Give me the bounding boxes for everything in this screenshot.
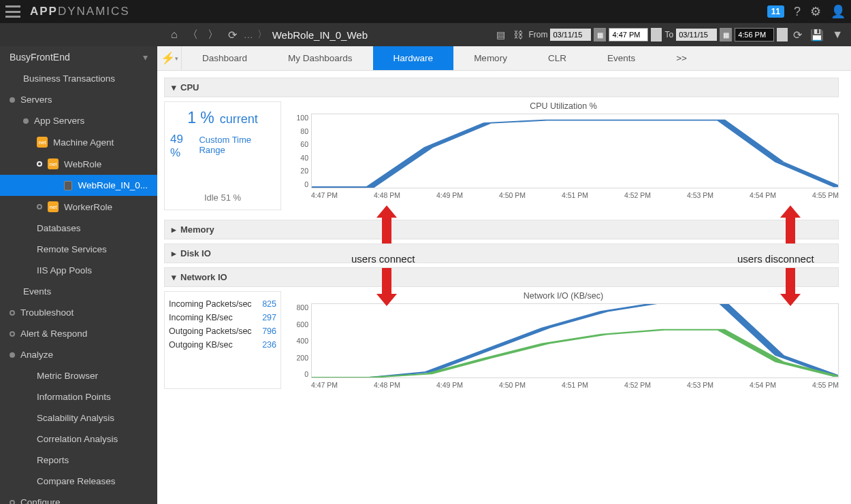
sidebar-item-servers[interactable]: Servers — [0, 89, 157, 110]
hamburger-menu[interactable] — [5, 5, 20, 18]
network-chart: Network I/O (KB/sec) 8006004002000 4:47 … — [288, 291, 839, 389]
sidebar-item-correlation-analysis[interactable]: Correlation Analysis — [0, 429, 157, 450]
refresh-icon[interactable]: ⟳ — [225, 29, 240, 41]
sidebar-item-troubleshoot[interactable]: Troubleshoot — [0, 302, 157, 323]
link-icon[interactable]: ⛓ — [511, 29, 526, 40]
sidebar-item-remote-services[interactable]: Remote Services — [0, 239, 157, 260]
sidebar-item-configure[interactable]: Configure — [0, 492, 157, 504]
sidebar: BusyFrontEnd▾ Business Transactions Serv… — [0, 46, 157, 504]
reload-icon[interactable]: ⟳ — [790, 29, 805, 41]
breadcrumb-ellipsis: … — [244, 29, 253, 40]
to-date-input[interactable] — [676, 29, 717, 41]
tab-dashboard[interactable]: Dashboard — [182, 46, 268, 70]
chevron-right-icon: ▸ — [172, 248, 176, 258]
save-icon[interactable]: 💾 — [807, 29, 826, 41]
tab-events[interactable]: Events — [587, 46, 656, 70]
sidebar-item-webrole[interactable]: netWebRole — [0, 153, 157, 175]
from-label: From — [528, 30, 547, 39]
sidebar-item-information-points[interactable]: Information Points — [0, 386, 157, 407]
sidebar-item-workerrole[interactable]: netWorkerRole — [0, 196, 157, 218]
back-icon[interactable]: 〈 — [184, 28, 201, 42]
from-time-dropdown[interactable]: ▼ — [651, 28, 662, 41]
from-date-input[interactable] — [550, 29, 591, 41]
chevron-right-icon: ▸ — [172, 224, 176, 235]
sidebar-item-webrole-instance[interactable]: WebRole_IN_0... — [0, 175, 157, 196]
sidebar-item-reports[interactable]: Reports — [0, 450, 157, 471]
to-time-input[interactable] — [735, 28, 774, 41]
sidebar-item-alert-respond[interactable]: Alert & Respond — [0, 323, 157, 344]
cpu-metric-card: 1 %current 49 %Custom Time Range Idle 51… — [164, 101, 281, 210]
chevron-down-icon: ▾ — [172, 272, 176, 282]
sidebar-item-analyze[interactable]: Analyze — [0, 344, 157, 365]
sidebar-item-iis-app-pools[interactable]: IIS App Pools — [0, 260, 157, 281]
forward-icon[interactable]: 〉 — [205, 28, 221, 42]
sidebar-item-events[interactable]: Events — [0, 281, 157, 302]
more-icon[interactable]: ▼ — [829, 29, 846, 41]
to-time-dropdown[interactable]: ▼ — [777, 28, 788, 41]
cpu-chart: CPU Utilization % 100806040200 4:47 PM4:… — [288, 101, 839, 210]
sidebar-item-scalability-analysis[interactable]: Scalability Analysis — [0, 407, 157, 429]
list-view-icon[interactable]: ▤ — [494, 29, 508, 40]
tab-hardware[interactable]: Hardware — [373, 46, 454, 70]
panel-header-cpu[interactable]: ▾CPU — [164, 78, 839, 97]
sidebar-item-metric-browser[interactable]: Metric Browser — [0, 365, 157, 386]
sidebar-item-compare-releases[interactable]: Compare Releases — [0, 471, 157, 492]
notifications-badge[interactable]: 11 — [767, 5, 784, 18]
sidebar-item-app-servers[interactable]: App Servers — [0, 110, 157, 131]
tab-my-dashboards[interactable]: My Dashboards — [268, 46, 373, 70]
sidebar-item-databases[interactable]: Databases — [0, 218, 157, 239]
chevron-down-icon: ▾ — [172, 82, 176, 93]
help-icon[interactable]: ? — [794, 5, 801, 19]
tab-bar: ⚡▾ Dashboard My Dashboards Hardware Memo… — [157, 46, 851, 71]
tab-more[interactable]: >> — [656, 46, 707, 70]
flash-icon[interactable]: ⚡▾ — [157, 46, 182, 70]
to-label: To — [664, 30, 673, 39]
panel-header-network[interactable]: ▾Network IO — [164, 267, 839, 287]
to-date-picker-icon[interactable]: ▦ — [720, 28, 732, 41]
settings-icon[interactable]: ⚙ — [810, 4, 821, 19]
sidebar-app-selector[interactable]: BusyFrontEnd▾ — [0, 46, 157, 68]
panel-header-memory[interactable]: ▸Memory — [164, 220, 839, 239]
from-date-picker-icon[interactable]: ▦ — [594, 28, 606, 41]
tab-clr[interactable]: CLR — [528, 46, 587, 70]
page-title: WebRole_IN_0_Web — [272, 29, 368, 41]
network-metric-card: Incoming Packets/sec825 Incoming KB/sec2… — [164, 291, 281, 389]
tab-memory[interactable]: Memory — [453, 46, 528, 70]
sidebar-item-business-transactions[interactable]: Business Transactions — [0, 68, 157, 89]
panel-header-disk[interactable]: ▸Disk IO — [164, 243, 839, 263]
user-icon[interactable]: 👤 — [831, 4, 846, 19]
sidebar-item-machine-agent[interactable]: netMachine Agent — [0, 131, 157, 153]
from-time-input[interactable] — [609, 28, 648, 41]
breadcrumb-sep: 〉 — [257, 29, 267, 41]
logo: APPDYNAMICS — [30, 5, 130, 18]
home-icon[interactable]: ⌂ — [168, 29, 180, 41]
